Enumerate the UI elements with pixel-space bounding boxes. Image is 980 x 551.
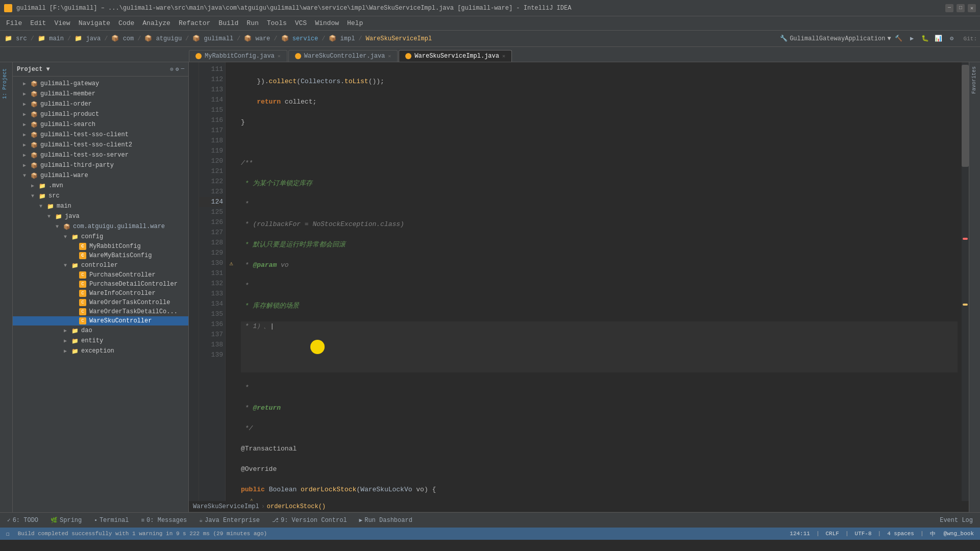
tab-wareskucontroller[interactable]: WareSkuController.java ✕	[288, 50, 398, 62]
tree-wareordertaskcontroller[interactable]: ▶ C WareOrderTaskControlle	[13, 298, 188, 307]
tree-config[interactable]: ▼ 📁 config	[13, 232, 188, 242]
nav-src[interactable]: 📁 src	[3, 34, 29, 43]
debug-icon[interactable]: 🐛	[920, 33, 931, 44]
tree-wareinfocontroller[interactable]: ▶ C WareInfoController	[13, 289, 188, 298]
tree-gulimall-product[interactable]: ▶ 📦 gulimall-product	[13, 109, 188, 119]
tree-wareordertaskdetailco[interactable]: ▶ C WareOrderTaskDetailCo...	[13, 307, 188, 316]
status-charset[interactable]: UTF-8	[853, 531, 874, 537]
tree-gulimall-third-party[interactable]: ▶ 📦 gulimall-third-party	[13, 160, 188, 170]
tree-exception[interactable]: ▶ 📁 exception	[13, 346, 188, 356]
nav-java[interactable]: 📁 java	[73, 34, 102, 43]
project-gear-icon[interactable]: ⚙	[176, 66, 179, 72]
menu-file[interactable]: File	[2, 18, 26, 28]
tree-entity[interactable]: ▶ 📁 entity	[13, 336, 188, 346]
menu-vcs[interactable]: VCS	[291, 18, 311, 28]
nav-impl[interactable]: 📦 impl	[327, 34, 356, 43]
coverage-icon[interactable]: 📊	[933, 33, 944, 44]
tab-close-myrabbitconfig[interactable]: ✕	[278, 53, 281, 59]
tree-dao[interactable]: ▶ 📁 dao	[13, 325, 188, 336]
code-container[interactable]: 111 112 113 114 115 116 117 118 119 120 …	[189, 62, 969, 501]
menu-tools[interactable]: Tools	[263, 18, 291, 28]
menu-code[interactable]: Code	[114, 18, 138, 28]
tab-myrabbitconfig[interactable]: MyRabbitConfig.java ✕	[189, 50, 287, 62]
menu-analyze[interactable]: Analyze	[138, 18, 175, 28]
tree-main[interactable]: ▼ 📁 main	[13, 201, 188, 211]
nav-service[interactable]: 📦 service	[280, 34, 320, 43]
tree-src[interactable]: ▼ 📁 src	[13, 191, 188, 201]
tree-package[interactable]: ▼ 📦 com.atguigu.gulimall.ware	[13, 221, 188, 232]
run-config-label[interactable]: GulimallGatewayApplication	[790, 35, 885, 42]
tab-run-dashboard[interactable]: ▶ Run Dashboard	[356, 516, 415, 525]
nav-main[interactable]: 📁 main	[36, 34, 65, 43]
tab-spring[interactable]: 🌿 Spring	[47, 516, 85, 525]
tree-gulimall-test-sso-client[interactable]: ▶ 📦 gulimall-test-sso-client	[13, 130, 188, 140]
tree-gulimall-ware[interactable]: ▼ 📦 gulimall-ware	[13, 170, 188, 181]
menu-view[interactable]: View	[50, 18, 74, 28]
bc-file[interactable]: WareSkuServiceImpl	[193, 503, 259, 510]
project-collapse-icon[interactable]: ─	[181, 66, 184, 72]
nav-ware[interactable]: 📦 ware	[242, 34, 272, 43]
status-checkbox[interactable]: ☐	[4, 531, 12, 537]
menu-help[interactable]: Help	[343, 18, 367, 28]
right-gutter[interactable]	[962, 62, 969, 501]
tab-java-enterprise[interactable]: ☕ Java Enterprise	[196, 516, 263, 525]
nav-gulimall[interactable]: 📦 gulimall	[191, 34, 235, 43]
sidebar-project-tab[interactable]: 1: Project	[0, 64, 12, 103]
project-scope-icon[interactable]: ⊙	[170, 66, 174, 72]
tab-todo[interactable]: ✓ 6: TODO	[4, 516, 41, 525]
tree-gulimall-gateway[interactable]: ▶ 📦 gulimall-gateway	[13, 79, 188, 89]
tree-myrabbitconfig[interactable]: ▶ C MyRabbitConfig	[13, 242, 188, 251]
menu-run[interactable]: Run	[242, 18, 262, 28]
tree-gulimall-order[interactable]: ▶ 📦 gulimall-order	[13, 99, 188, 109]
status-indent[interactable]: 4 spaces	[885, 531, 916, 537]
tab-version-control[interactable]: ⎇ 9: Version Control	[269, 516, 350, 525]
menu-bar: File Edit View Navigate Code Analyze Ref…	[0, 16, 980, 31]
menu-window[interactable]: Window	[311, 18, 343, 28]
tab-wareskuserviceimpl[interactable]: WareSkuServiceImpl.java ✕	[399, 50, 512, 62]
status-crlf[interactable]: CRLF	[824, 531, 841, 537]
run-icon[interactable]: ▶	[906, 33, 918, 44]
tree-java[interactable]: ▼ 📁 java	[13, 211, 188, 221]
close-button[interactable]: ✕	[968, 4, 976, 12]
tab-terminal[interactable]: ▪ Terminal	[91, 516, 132, 525]
tree-waremybatisconfig[interactable]: ▶ C WareMyBatisConfig	[13, 251, 188, 260]
menu-edit[interactable]: Edit	[26, 18, 50, 28]
tree-controller-folder[interactable]: ▼ 📁 controller	[13, 260, 188, 270]
tree-purchasedetailcontroller[interactable]: ▶ C PurchaseDetailController	[13, 280, 188, 289]
tree-wareskucontroller[interactable]: ▶ C WareSkuController	[13, 316, 188, 325]
bc-method[interactable]: orderLockStock()	[267, 503, 326, 510]
nav-file[interactable]: WareSkuServiceImpl	[364, 34, 434, 43]
tab-close-wareskucontroller[interactable]: ✕	[388, 53, 391, 59]
build-icon[interactable]: 🔨	[893, 33, 904, 44]
tree-gulimall-search[interactable]: ▶ 📦 gulimall-search	[13, 119, 188, 130]
menu-build[interactable]: Build	[214, 18, 242, 28]
menu-refactor[interactable]: Refactor	[175, 18, 214, 28]
java-class-icon: C	[79, 243, 86, 250]
favorites-tab[interactable]: Favorites	[969, 62, 979, 98]
java-class-icon: C	[79, 281, 86, 288]
status-position[interactable]: 124:11	[788, 531, 812, 537]
nav-atguigu[interactable]: 📦 atguigu	[143, 34, 183, 43]
run-config-icon[interactable]: 🔧	[780, 35, 788, 42]
status-lang-cn[interactable]: 中	[928, 530, 938, 538]
tree-gulimall-test-sso-server[interactable]: ▶ 📦 gulimall-test-sso-server	[13, 150, 188, 160]
menu-navigate[interactable]: Navigate	[75, 18, 114, 28]
settings-icon[interactable]: ⚙	[946, 33, 958, 44]
config-dropdown-icon[interactable]: ▼	[887, 35, 891, 42]
folder-icon: 📁	[71, 337, 79, 345]
tree-purchasecontroller[interactable]: ▶ C PurchaseController	[13, 270, 188, 280]
status-input-method[interactable]: @wng_book	[942, 531, 976, 537]
code-editor[interactable]: }).collect(Collectors.toList()); return …	[237, 62, 962, 501]
folder-icon: 📁	[71, 327, 79, 335]
tab-close-wareskuserviceimpl[interactable]: ✕	[502, 53, 505, 59]
tree-gulimall-test-sso-client2[interactable]: ▶ 📦 gulimall-test-sso-client2	[13, 140, 188, 150]
minimize-button[interactable]: ─	[945, 4, 953, 12]
tree-gulimall-member[interactable]: ▶ 📦 gulimall-member	[13, 89, 188, 99]
scrollbar-thumb[interactable]	[962, 65, 969, 167]
maximize-button[interactable]: □	[957, 4, 965, 12]
nav-com[interactable]: 📦 com	[110, 34, 135, 43]
tab-event-log[interactable]: Event Log	[937, 516, 976, 525]
tree-mvn[interactable]: ▶ 📁 .mvn	[13, 181, 188, 191]
tab-messages[interactable]: ≡ 0: Messages	[138, 516, 190, 525]
enterprise-icon: ☕	[199, 517, 203, 523]
